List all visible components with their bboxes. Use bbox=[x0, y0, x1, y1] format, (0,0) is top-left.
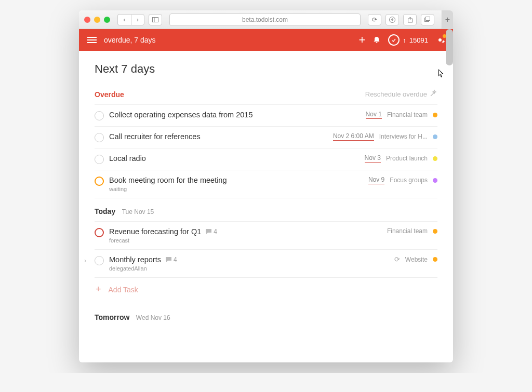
task-row[interactable]: Book meeting room for the meeting waitin… bbox=[95, 170, 437, 198]
section-overdue: Overdue Reschedule overdue Collect opera… bbox=[95, 89, 437, 198]
section-title-today: Today bbox=[95, 207, 115, 215]
reload-button[interactable]: ⟳ bbox=[368, 14, 381, 25]
task-title: Local radio bbox=[109, 154, 360, 163]
expand-chevron-icon[interactable]: › bbox=[84, 257, 86, 264]
task-label: forecast bbox=[109, 237, 382, 244]
task-title: Collect operating expenses data from 201… bbox=[109, 111, 361, 119]
tabs-button[interactable] bbox=[421, 14, 434, 25]
task-row[interactable]: Call recruiter for references Nov 2 6:00… bbox=[95, 127, 437, 148]
settings-button[interactable] bbox=[435, 35, 445, 45]
content-area: Next 7 days Overdue Reschedule overdue C… bbox=[79, 51, 453, 362]
svg-rect-0 bbox=[153, 17, 158, 22]
task-title: Revenue forecasting for Q1 bbox=[109, 227, 201, 236]
project-color-dot bbox=[433, 134, 437, 139]
task-due-date[interactable]: Nov 2 6:00 AM bbox=[333, 132, 374, 141]
task-project[interactable]: Financial team bbox=[387, 227, 428, 235]
task-checkbox[interactable] bbox=[95, 155, 104, 164]
menu-icon[interactable] bbox=[87, 37, 97, 43]
breadcrumb[interactable]: overdue, 7 days bbox=[104, 36, 351, 44]
downloads-button[interactable] bbox=[385, 14, 399, 25]
add-task-label: Add Task bbox=[109, 286, 138, 294]
minimize-window-icon[interactable] bbox=[94, 17, 100, 23]
quick-add-button[interactable]: + bbox=[358, 33, 365, 47]
back-button[interactable]: ‹ bbox=[117, 14, 131, 25]
settings-notification-dot bbox=[443, 34, 446, 38]
karma-display[interactable]: ↑15091 bbox=[388, 34, 428, 46]
task-project[interactable]: Interviews for H... bbox=[379, 133, 428, 140]
task-due-date[interactable]: Nov 9 bbox=[368, 176, 384, 184]
section-title-overdue: Overdue bbox=[95, 90, 124, 99]
notifications-icon[interactable] bbox=[373, 36, 381, 44]
maximize-window-icon[interactable] bbox=[104, 17, 110, 23]
task-title: Monthly reports bbox=[109, 255, 161, 264]
app-window: ‹ › beta.todoist.com ⟳ + overdue, 7 da bbox=[79, 10, 453, 362]
svg-rect-5 bbox=[426, 17, 430, 21]
sidebar-toggle-button[interactable] bbox=[149, 14, 162, 25]
url-text: beta.todoist.com bbox=[242, 16, 288, 23]
share-button[interactable] bbox=[403, 14, 417, 25]
comment-count[interactable]: 4 bbox=[165, 256, 177, 263]
reschedule-overdue-button[interactable]: Reschedule overdue bbox=[365, 89, 437, 99]
task-project[interactable]: Product launch bbox=[386, 155, 428, 162]
forward-button[interactable]: › bbox=[131, 14, 144, 25]
task-checkbox[interactable] bbox=[95, 177, 104, 186]
task-row[interactable]: Collect operating expenses data from 201… bbox=[95, 105, 437, 127]
comment-count[interactable]: 4 bbox=[205, 228, 217, 235]
reschedule-label: Reschedule overdue bbox=[365, 90, 427, 98]
task-title: Book meeting room for the meeting bbox=[109, 176, 363, 184]
wand-icon bbox=[429, 89, 437, 99]
add-task-button[interactable]: + Add Task bbox=[95, 278, 437, 304]
address-bar[interactable]: beta.todoist.com bbox=[169, 13, 361, 26]
close-window-icon[interactable] bbox=[84, 17, 90, 23]
page-title: Next 7 days bbox=[95, 62, 437, 76]
task-checkbox[interactable] bbox=[95, 111, 104, 120]
task-title: Call recruiter for references bbox=[109, 132, 328, 141]
project-color-dot bbox=[433, 178, 437, 183]
task-checkbox[interactable] bbox=[95, 228, 104, 237]
task-checkbox[interactable] bbox=[95, 133, 104, 142]
task-row[interactable]: Revenue forecasting for Q1 4 forecast Fi… bbox=[95, 222, 437, 250]
task-label: waiting bbox=[109, 186, 363, 192]
project-color-dot bbox=[433, 156, 437, 161]
section-tomorrow: Tomorrow Wed Nov 16 bbox=[95, 313, 437, 322]
task-project[interactable]: Financial team bbox=[387, 111, 428, 118]
plus-icon: + bbox=[96, 284, 101, 295]
app-header: overdue, 7 days + ↑15091 bbox=[79, 29, 453, 51]
task-due-date[interactable]: Nov 3 bbox=[365, 154, 381, 163]
section-title-tomorrow: Tomorrow bbox=[95, 313, 129, 321]
project-color-dot bbox=[433, 257, 437, 262]
nav-buttons: ‹ › bbox=[117, 14, 144, 25]
section-subtitle-tomorrow: Wed Nov 16 bbox=[136, 314, 170, 321]
task-list-today: Revenue forecasting for Q1 4 forecast Fi… bbox=[95, 221, 437, 278]
task-list-overdue: Collect operating expenses data from 201… bbox=[95, 104, 437, 198]
window-controls bbox=[84, 17, 110, 23]
section-subtitle-today: Tue Nov 15 bbox=[122, 208, 154, 215]
project-color-dot bbox=[433, 229, 437, 234]
browser-chrome: ‹ › beta.todoist.com ⟳ + bbox=[79, 10, 453, 29]
task-checkbox[interactable] bbox=[95, 256, 104, 265]
recurring-icon: ⟳ bbox=[394, 255, 400, 263]
karma-badge-icon bbox=[388, 34, 400, 46]
task-project[interactable]: Focus groups bbox=[390, 177, 428, 184]
task-row[interactable]: › Monthly reports 4 delegatedAllan bbox=[95, 250, 437, 278]
new-tab-button[interactable]: + bbox=[442, 10, 453, 29]
section-today: Today Tue Nov 15 Revenue forecasting for… bbox=[95, 207, 437, 304]
project-color-dot bbox=[433, 113, 437, 117]
cursor-icon bbox=[438, 69, 445, 78]
task-row[interactable]: Local radio Nov 3 Product launch bbox=[95, 148, 437, 170]
task-due-date[interactable]: Nov 1 bbox=[366, 111, 382, 119]
karma-arrow: ↑ bbox=[403, 36, 406, 44]
task-project[interactable]: Website bbox=[405, 256, 428, 263]
karma-points: 15091 bbox=[409, 36, 428, 44]
task-label: delegatedAllan bbox=[109, 265, 389, 272]
